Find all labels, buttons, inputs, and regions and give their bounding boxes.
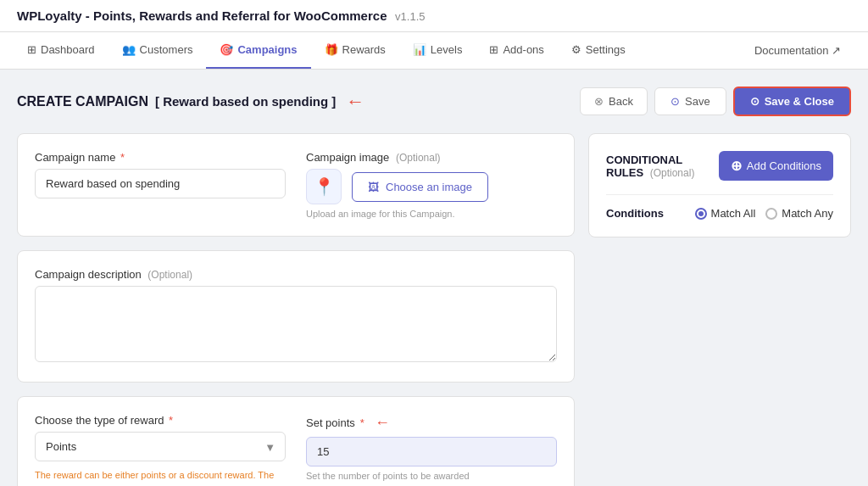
match-all-radio[interactable] bbox=[695, 208, 707, 220]
nav-bar: ⊞ Dashboard 👥 Customers 🎯 Campaigns 🎁 Re… bbox=[0, 32, 868, 70]
set-points-arrow: ← bbox=[375, 414, 390, 432]
description-label: Campaign description (Optional) bbox=[35, 268, 557, 281]
nav-item-settings[interactable]: ⚙ Settings bbox=[558, 32, 639, 69]
campaign-name-group: Campaign name * bbox=[35, 151, 286, 219]
reward-type-label: Choose the type of reward * bbox=[35, 414, 286, 427]
set-points-label: Set points * ← bbox=[306, 414, 557, 432]
back-icon: ⊗ bbox=[594, 95, 604, 108]
levels-icon: 📊 bbox=[413, 43, 426, 56]
cond-optional: (Optional) bbox=[650, 167, 695, 179]
reward-type-select[interactable]: Points Discount bbox=[35, 432, 286, 461]
reward-select-wrapper: Points Discount ▼ bbox=[35, 432, 286, 461]
match-all-option[interactable]: Match All bbox=[695, 207, 756, 220]
app-header: WPLoyalty - Points, Rewards and Referral… bbox=[0, 0, 868, 32]
match-any-option[interactable]: Match Any bbox=[765, 207, 833, 220]
form-left: Campaign name * Campaign image (Optional… bbox=[17, 133, 575, 486]
settings-icon: ⚙ bbox=[571, 43, 581, 56]
header-actions: ⊗ Back ⊙ Save ⊙ Save & Close bbox=[580, 87, 851, 116]
page-title: CREATE CAMPAIGN bbox=[17, 94, 148, 109]
image-icon-box: 📍 bbox=[306, 169, 342, 204]
campaign-image-area: 📍 🖼 Choose an image bbox=[306, 169, 557, 204]
nav-item-rewards[interactable]: 🎁 Rewards bbox=[311, 32, 399, 69]
back-button[interactable]: ⊗ Back bbox=[580, 87, 648, 115]
match-any-radio[interactable] bbox=[765, 208, 777, 220]
cond-header: CONDITIONAL RULES (Optional) ⊕ Add Condi… bbox=[606, 151, 833, 181]
documentation-link[interactable]: Documentation ↗ bbox=[741, 33, 854, 68]
form-section-reward: Choose the type of reward * Points Disco… bbox=[17, 396, 575, 486]
set-points-input[interactable] bbox=[306, 437, 557, 466]
description-textarea[interactable] bbox=[35, 286, 557, 362]
reward-type-group: Choose the type of reward * Points Disco… bbox=[35, 414, 286, 486]
campaign-name-bracket: [ Reward based on spending ] bbox=[155, 94, 336, 109]
nav-item-levels[interactable]: 📊 Levels bbox=[399, 32, 476, 69]
upload-hint: Upload an image for this Campaign. bbox=[306, 209, 557, 219]
campaign-image-group: Campaign image (Optional) 📍 🖼 Choose an … bbox=[306, 151, 557, 219]
nav-item-dashboard[interactable]: ⊞ Dashboard bbox=[14, 32, 108, 69]
arrow-indicator: ← bbox=[346, 91, 364, 113]
save-close-button[interactable]: ⊙ Save & Close bbox=[733, 87, 851, 116]
campaigns-icon: 🎯 bbox=[220, 43, 233, 56]
conditions-row: Conditions Match All Match Any bbox=[606, 207, 833, 220]
campaign-name-label: Campaign name * bbox=[35, 151, 286, 164]
save-button[interactable]: ⊙ Save bbox=[654, 87, 726, 115]
add-conditions-button[interactable]: ⊕ Add Conditions bbox=[719, 151, 833, 181]
page-title-area: CREATE CAMPAIGN [ Reward based on spendi… bbox=[17, 91, 364, 113]
reward-help-text: The reward can be either points or a dis… bbox=[35, 468, 286, 486]
app-title: WPLoyalty - Points, Rewards and Referral… bbox=[17, 8, 387, 23]
choose-image-button[interactable]: 🖼 Choose an image bbox=[352, 172, 488, 202]
main-content: CREATE CAMPAIGN [ Reward based on spendi… bbox=[0, 70, 868, 486]
nav-item-addons[interactable]: ⊞ Add-ons bbox=[476, 32, 557, 69]
form-section-top: Campaign name * Campaign image (Optional… bbox=[17, 133, 575, 237]
image-optional: (Optional) bbox=[396, 152, 441, 164]
save-icon: ⊙ bbox=[670, 95, 680, 108]
description-optional: (Optional) bbox=[147, 269, 192, 281]
campaign-name-input[interactable] bbox=[35, 169, 286, 198]
required-star: * bbox=[120, 151, 125, 164]
radio-group: Match All Match Any bbox=[695, 207, 833, 220]
app-version: v1.1.5 bbox=[395, 10, 425, 23]
set-points-hint: Set the number of points to be awarded bbox=[306, 471, 557, 481]
add-conditions-icon: ⊕ bbox=[731, 158, 742, 174]
dashboard-icon: ⊞ bbox=[27, 43, 36, 56]
page-header: CREATE CAMPAIGN [ Reward based on spendi… bbox=[17, 87, 851, 116]
nav-item-customers[interactable]: 👥 Customers bbox=[108, 32, 207, 69]
set-points-group: Set points * ← Set the number of points … bbox=[306, 414, 557, 486]
reward-required-star: * bbox=[169, 414, 173, 427]
cond-title-area: CONDITIONAL RULES (Optional) bbox=[606, 154, 719, 179]
nav-item-campaigns[interactable]: 🎯 Campaigns bbox=[206, 32, 310, 69]
addons-icon: ⊞ bbox=[489, 43, 498, 56]
points-required-star: * bbox=[360, 416, 364, 429]
conditional-rules-panel: CONDITIONAL RULES (Optional) ⊕ Add Condi… bbox=[588, 133, 851, 237]
conditions-label: Conditions bbox=[606, 207, 664, 220]
customers-icon: 👥 bbox=[122, 43, 136, 56]
campaign-image-label: Campaign image (Optional) bbox=[306, 151, 557, 164]
form-section-description: Campaign description (Optional) bbox=[17, 250, 575, 383]
image-btn-icon: 🖼 bbox=[368, 181, 379, 193]
save-close-icon: ⊙ bbox=[750, 95, 760, 108]
form-layout: Campaign name * Campaign image (Optional… bbox=[17, 133, 851, 486]
rewards-icon: 🎁 bbox=[325, 43, 338, 56]
